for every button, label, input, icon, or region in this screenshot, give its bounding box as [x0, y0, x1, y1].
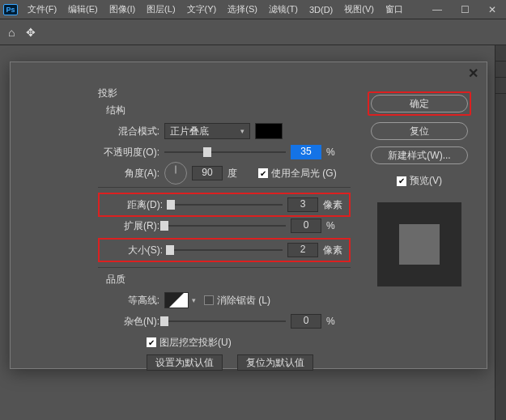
angle-dial[interactable] — [164, 162, 187, 185]
dialog-header: ✕ — [11, 62, 487, 83]
menu-type[interactable]: 文字(Y) — [182, 2, 222, 17]
quality-label: 品质 — [106, 273, 351, 286]
app-icon: Ps — [3, 4, 18, 15]
right-panel-strip — [495, 45, 506, 420]
blend-mode-select[interactable]: 正片叠底 ▾ — [164, 123, 250, 139]
minimize-button[interactable]: — — [423, 0, 451, 19]
angle-label: 角度(A): — [98, 167, 164, 180]
opacity-slider[interactable] — [164, 151, 286, 153]
antialias-label: 消除锯齿 (L) — [217, 294, 270, 308]
reset-button[interactable]: 复位 — [371, 122, 468, 140]
noise-slider[interactable] — [164, 320, 286, 322]
menu-image[interactable]: 图像(I) — [104, 2, 140, 17]
size-slider[interactable] — [168, 249, 283, 251]
distance-unit: 像素 — [323, 198, 347, 212]
contour-label: 等高线: — [98, 294, 164, 308]
distance-input[interactable]: 3 — [287, 197, 318, 212]
drop-shadow-panel: 投影 结构 混合模式: 正片叠底 ▾ 不透明度(O): 35 % 角度(A): … — [98, 87, 351, 371]
size-input[interactable]: 2 — [287, 243, 318, 257]
chevron-down-icon: ▾ — [240, 127, 244, 135]
ok-button[interactable]: 确定 — [371, 95, 468, 112]
separator — [98, 267, 351, 268]
contour-picker[interactable] — [164, 292, 189, 308]
menu-file[interactable]: 文件(F) — [23, 2, 62, 17]
menu-window[interactable]: 窗口 — [381, 2, 408, 17]
highlight-annotation: 距离(D): 3 像素 — [98, 193, 351, 217]
blend-mode-row: 混合模式: 正片叠底 ▾ — [98, 122, 351, 140]
close-button[interactable]: ✕ — [478, 0, 506, 19]
menu-filter[interactable]: 滤镜(T) — [264, 2, 303, 17]
antialias-checkbox[interactable] — [204, 295, 214, 305]
opacity-unit: % — [326, 146, 351, 158]
blend-mode-value: 正片叠底 — [170, 125, 209, 138]
options-bar: ⌂ ✥ — [0, 19, 506, 45]
reset-default-button[interactable]: 复位为默认值 — [237, 354, 313, 371]
spread-unit: % — [326, 220, 351, 231]
size-unit: 像素 — [323, 244, 347, 257]
spread-input[interactable]: 0 — [291, 218, 321, 233]
size-label: 大小(S): — [101, 244, 168, 257]
panel-title: 投影 — [98, 87, 351, 100]
preview-checkbox[interactable]: ✔ 预览(V) — [397, 174, 442, 188]
menu-edit[interactable]: 编辑(E) — [63, 2, 103, 17]
close-icon[interactable]: ✕ — [468, 66, 478, 81]
global-light-label: 使用全局光 (G) — [271, 167, 337, 180]
menu-bar: Ps 文件(F) 编辑(E) 图像(I) 图层(L) 文字(Y) 选择(S) 滤… — [0, 0, 506, 19]
default-buttons: 设置为默认值 复位为默认值 — [147, 354, 351, 371]
spread-slider[interactable] — [164, 225, 286, 227]
distance-slider[interactable] — [168, 204, 283, 206]
dialog-side-buttons: 确定 复位 新建样式(W)... ✔ 预览(V) — [367, 91, 472, 286]
spread-row: 扩展(R): 0 % — [98, 217, 351, 235]
angle-input[interactable]: 90 — [192, 166, 223, 180]
blend-mode-label: 混合模式: — [98, 125, 164, 138]
home-icon[interactable]: ⌂ — [8, 26, 15, 39]
shadow-color-swatch[interactable] — [255, 123, 283, 139]
separator — [98, 187, 351, 188]
size-row: 大小(S): 2 像素 — [101, 241, 347, 259]
noise-input[interactable]: 0 — [291, 314, 321, 329]
make-default-button[interactable]: 设置为默认值 — [147, 354, 223, 371]
noise-unit: % — [326, 316, 351, 327]
opacity-label: 不透明度(O): — [98, 146, 164, 159]
knockout-label: 图层挖空投影(U) — [159, 336, 232, 350]
structure-label: 结构 — [106, 104, 351, 117]
angle-row: 角度(A): 90 度 ✔ 使用全局光 (G) — [98, 164, 351, 182]
checkbox-checked-icon[interactable]: ✔ — [258, 168, 268, 178]
distance-label: 距离(D): — [101, 198, 168, 212]
spread-label: 扩展(R): — [98, 219, 164, 233]
maximize-button[interactable]: ☐ — [451, 0, 478, 19]
preview-inner — [399, 224, 440, 265]
menu-3d[interactable]: 3D(D) — [304, 3, 338, 16]
highlight-annotation: 确定 — [368, 91, 471, 116]
menu-select[interactable]: 选择(S) — [223, 2, 262, 17]
preview-label: 预览(V) — [410, 174, 442, 188]
knockout-row: ✔ 图层挖空投影(U) — [147, 333, 351, 351]
move-tool-icon[interactable]: ✥ — [26, 26, 36, 39]
new-style-button[interactable]: 新建样式(W)... — [371, 146, 468, 164]
highlight-annotation: 大小(S): 2 像素 — [98, 238, 351, 262]
window-controls: — ☐ ✕ — [423, 0, 506, 19]
layer-style-dialog: ✕ 确定 复位 新建样式(W)... ✔ 预览(V) 投影 结构 混合模式: 正… — [10, 62, 487, 369]
menu-layer[interactable]: 图层(L) — [142, 2, 180, 17]
checkbox-checked-icon: ✔ — [397, 176, 406, 186]
angle-unit: 度 — [227, 167, 252, 180]
checkbox-checked-icon[interactable]: ✔ — [147, 337, 156, 347]
distance-row: 距离(D): 3 像素 — [101, 196, 347, 214]
opacity-row: 不透明度(O): 35 % — [98, 143, 351, 161]
opacity-input[interactable]: 35 — [291, 145, 321, 159]
noise-row: 杂色(N): 0 % — [98, 312, 351, 330]
chevron-down-icon[interactable]: ▾ — [192, 296, 196, 304]
menu-view[interactable]: 视图(V) — [339, 2, 379, 17]
noise-label: 杂色(N): — [98, 315, 164, 329]
preview-swatch — [377, 202, 461, 286]
contour-row: 等高线: ▾ 消除锯齿 (L) — [98, 291, 351, 309]
